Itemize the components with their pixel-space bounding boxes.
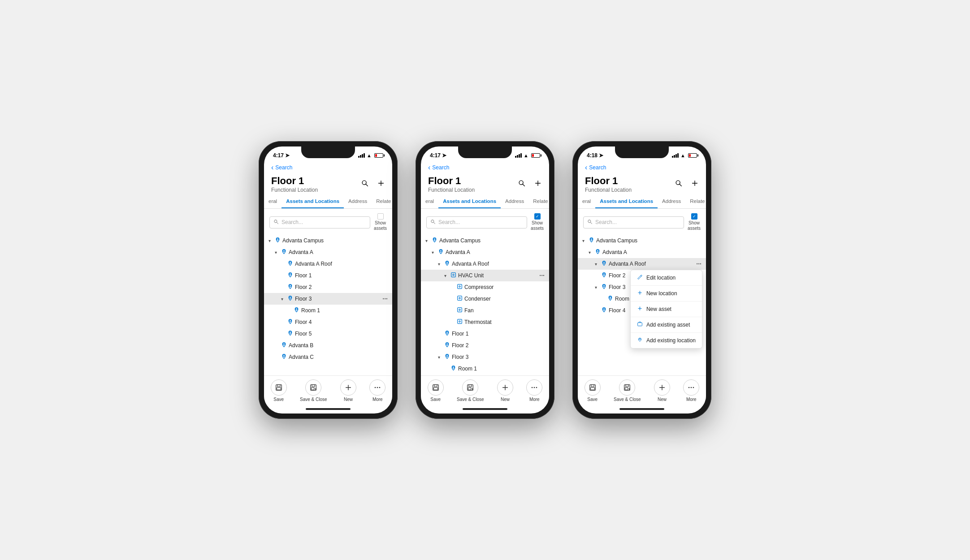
tree-item[interactable]: Advanta A Roof: [264, 258, 392, 270]
tree-item[interactable]: Condenser: [421, 293, 549, 305]
toolbar-save[interactable]: Save: [585, 379, 601, 402]
toolbar-save-close[interactable]: Save & Close: [614, 379, 641, 402]
tree-item[interactable]: Compressor: [421, 281, 549, 293]
toolbar-new[interactable]: New: [497, 379, 513, 402]
tree-node-icon: [444, 342, 450, 349]
tab-assets-and-locations[interactable]: Assets and Locations: [595, 195, 658, 208]
toolbar-save-close[interactable]: Save & Close: [457, 379, 484, 402]
tab-relate[interactable]: Relate: [372, 195, 392, 208]
tree-node-icon: [450, 272, 456, 279]
tree-item[interactable]: Floor 2: [421, 340, 549, 351]
content: Search... Showassets ▾: [421, 209, 549, 375]
tree-item[interactable]: ▾ Advanta Campus: [264, 235, 392, 246]
battery: [688, 153, 697, 158]
show-assets-checkbox-wrapper[interactable]: [691, 213, 697, 220]
tree-node-icon: [601, 284, 607, 291]
search-icon[interactable]: [518, 179, 526, 190]
search-icon[interactable]: [361, 179, 369, 190]
tab-assets-and-locations[interactable]: Assets and Locations: [281, 195, 344, 208]
tree-item[interactable]: Floor 1: [421, 328, 549, 340]
home-indicator: [578, 405, 706, 414]
tree-item[interactable]: ▾ Advanta Campus: [421, 235, 549, 246]
search-box-icon: [273, 219, 279, 226]
signal-bar-4: [364, 153, 365, 158]
tree-item[interactable]: ▾ Advanta A: [421, 246, 549, 258]
search-box[interactable]: Search...: [583, 216, 684, 228]
toolbar-more[interactable]: More: [526, 379, 542, 402]
tree-item[interactable]: ▾ Floor 3: [421, 351, 549, 363]
context-item-add-existing-asset[interactable]: Add existing asset: [631, 317, 702, 333]
tree-item[interactable]: ▾ Advanta A: [264, 246, 392, 258]
show-assets-checkbox-wrapper[interactable]: [377, 213, 384, 220]
context-item-new-location[interactable]: New location: [631, 286, 702, 302]
back-label[interactable]: Search: [275, 164, 292, 171]
search-box[interactable]: Search...: [426, 216, 527, 228]
wifi-icon: ▲: [367, 153, 372, 158]
back-chevron-icon[interactable]: ‹: [428, 164, 430, 172]
tab-assets-and-locations[interactable]: Assets and Locations: [438, 195, 501, 208]
show-assets-checkbox[interactable]: [534, 213, 541, 220]
tree-item[interactable]: ▾ Floor 3 ···: [264, 293, 392, 305]
svg-point-1: [274, 220, 277, 222]
tree-item[interactable]: Floor 4: [421, 375, 549, 375]
tree-item[interactable]: Fan: [421, 305, 549, 316]
tab-relate[interactable]: Relate: [528, 195, 549, 208]
back-label[interactable]: Search: [432, 164, 449, 171]
search-box[interactable]: Search...: [269, 216, 370, 228]
context-menu-trigger-t1_6[interactable]: ···: [382, 295, 392, 302]
tree-item[interactable]: Floor 1: [264, 270, 392, 281]
context-menu-trigger-t3_3[interactable]: ···: [696, 260, 706, 267]
tab-address[interactable]: Address: [501, 195, 528, 208]
context-item-new-asset[interactable]: New asset: [631, 302, 702, 317]
ctx-icon: [637, 337, 643, 344]
tree-item[interactable]: Advanta B: [264, 340, 392, 351]
back-label[interactable]: Search: [589, 164, 606, 171]
page-subtitle: Functional Location: [271, 187, 361, 193]
tree-item[interactable]: ▾ HVAC Unit ···: [421, 270, 549, 281]
tree-item[interactable]: Advanta C: [264, 351, 392, 363]
show-assets-checkbox[interactable]: [691, 213, 697, 220]
tree-item-label: Floor 2: [452, 342, 468, 349]
show-assets-checkbox-wrapper[interactable]: [534, 213, 541, 220]
tree-item[interactable]: Room 1: [264, 305, 392, 316]
svg-point-2: [277, 238, 278, 240]
toolbar-more[interactable]: More: [369, 379, 385, 402]
context-menu-trigger-t2_4[interactable]: ···: [539, 272, 549, 279]
toolbar-new[interactable]: New: [340, 379, 356, 402]
toolbar-save-close[interactable]: Save & Close: [300, 379, 327, 402]
toolbar-save[interactable]: Save: [428, 379, 444, 402]
back-chevron-icon[interactable]: ‹: [585, 164, 587, 172]
add-icon[interactable]: [534, 179, 542, 190]
add-icon[interactable]: [691, 179, 699, 190]
tree-item[interactable]: ▾ Advanta A Roof: [421, 258, 549, 270]
tab-eral[interactable]: eral: [578, 195, 595, 208]
save-label: Save: [587, 397, 598, 402]
tab-relate[interactable]: Relate: [685, 195, 706, 208]
tree-item[interactable]: ▾ Advanta Campus: [578, 235, 706, 246]
tab-eral[interactable]: eral: [264, 195, 281, 208]
context-item-add-existing-location[interactable]: Add existing location: [631, 333, 702, 348]
battery: [374, 153, 383, 158]
tree-item[interactable]: Floor 4: [264, 316, 392, 328]
tree-item[interactable]: ▾ Advanta A: [578, 246, 706, 258]
tree-item[interactable]: Floor 2: [264, 281, 392, 293]
tree-item[interactable]: ▾ Advanta A Roof ··· Edit location New l…: [578, 258, 706, 270]
show-assets-checkbox[interactable]: [377, 213, 384, 220]
back-chevron-icon[interactable]: ‹: [271, 164, 273, 172]
tab-address[interactable]: Address: [344, 195, 372, 208]
tree-node-icon: [457, 307, 463, 314]
tab-eral[interactable]: eral: [421, 195, 438, 208]
tree-item[interactable]: Room 1: [421, 363, 549, 375]
context-item-edit-location[interactable]: Edit location: [631, 270, 702, 286]
tree-item-label: HVAC Unit: [458, 272, 484, 279]
tree-node-icon: [444, 330, 450, 337]
tab-address[interactable]: Address: [658, 195, 685, 208]
tree-item[interactable]: Floor 5: [264, 328, 392, 340]
toolbar-new[interactable]: New: [654, 379, 670, 402]
toolbar-save[interactable]: Save: [271, 379, 287, 402]
tree-item[interactable]: Thermostat: [421, 316, 549, 328]
toolbar-more[interactable]: More: [683, 379, 699, 402]
svg-point-37: [446, 332, 448, 333]
search-icon[interactable]: [675, 179, 683, 190]
add-icon[interactable]: [377, 179, 385, 190]
